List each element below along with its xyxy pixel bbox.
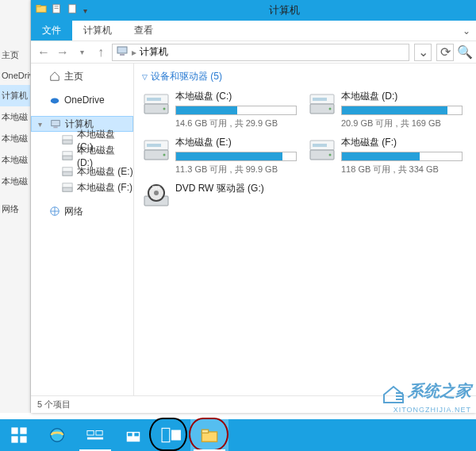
svg-point-26 (329, 108, 332, 110)
nav-drive-d[interactable]: 本地磁盘 (D:) (31, 148, 133, 164)
bg-item: 本地磁 (0, 171, 30, 192)
drive-free-text: 14.6 GB 可用 , 共 29.9 GB (175, 118, 297, 129)
drive-usage-bar (341, 152, 463, 161)
dvd-icon: DVD (142, 182, 171, 210)
nav-onedrive[interactable]: OneDrive (31, 92, 133, 108)
taskbar-taskview[interactable] (76, 419, 114, 451)
section-header[interactable]: ▽ 设备和驱动器 (5) (142, 70, 468, 83)
svg-rect-14 (63, 152, 72, 156)
svg-rect-15 (63, 172, 72, 175)
drive-item[interactable]: 本地磁盘 (D:)20.9 GB 可用 , 共 169 GB (308, 90, 463, 129)
bg-item: 本地磁 (0, 128, 30, 149)
nav-label: 网络 (64, 205, 83, 218)
address-dropdown-icon[interactable]: ⌄ (414, 44, 432, 61)
drive-free-text: 20.9 GB 可用 , 共 169 GB (341, 118, 463, 129)
bg-item: OneDriv (0, 66, 30, 85)
taskbar-explorer[interactable] (190, 419, 228, 451)
svg-point-39 (154, 191, 159, 195)
svg-point-8 (51, 98, 60, 103)
taskbar-ie[interactable] (38, 419, 76, 451)
nav-back-button[interactable]: ← (36, 44, 52, 60)
titlebar[interactable]: ▾ 计算机 (31, 0, 476, 21)
svg-rect-16 (63, 168, 72, 172)
nav-drive-f[interactable]: 本地磁盘 (F:) (31, 179, 133, 195)
svg-rect-18 (63, 183, 72, 187)
svg-rect-4 (55, 8, 59, 9)
svg-rect-12 (63, 136, 72, 140)
svg-rect-10 (53, 127, 57, 129)
computer-icon (49, 118, 62, 130)
drive-free-text: 118 GB 可用 , 共 334 GB (341, 164, 463, 175)
chevron-down-icon[interactable]: ▾ (38, 120, 46, 129)
dvd-drive-item[interactable]: DVDDVD RW 驱动器 (G:) (142, 182, 297, 210)
svg-rect-6 (117, 47, 127, 53)
bg-item: 网络 (0, 199, 30, 220)
svg-rect-23 (147, 98, 161, 101)
ribbon-tabs: 文件 计算机 查看 ⌄ (31, 21, 476, 41)
onedrive-icon (48, 94, 61, 106)
dvd-name: DVD RW 驱动器 (G:) (175, 182, 297, 195)
svg-rect-5 (69, 5, 76, 13)
navigation-pane: 主页 OneDrive ▾ 计算机 本地磁盘 (C:) 本地磁盘 (D:) 本地 (31, 64, 134, 395)
svg-point-34 (329, 154, 332, 156)
drive-icon (308, 90, 336, 118)
nav-up-button[interactable]: ↑ (93, 44, 109, 60)
new-folder-icon[interactable] (67, 3, 79, 17)
svg-rect-41 (11, 427, 17, 434)
drive-icon (142, 136, 171, 164)
tab-view[interactable]: 查看 (123, 21, 164, 40)
svg-rect-35 (313, 144, 327, 147)
svg-rect-11 (63, 140, 72, 144)
svg-rect-27 (313, 98, 327, 101)
nav-forward-button[interactable]: → (55, 44, 71, 60)
nav-home[interactable]: 主页 (31, 68, 133, 84)
drive-name: 本地磁盘 (E:) (175, 136, 297, 149)
chevron-down-icon[interactable]: ▾ (83, 6, 87, 15)
content-pane: ▽ 设备和驱动器 (5) 本地磁盘 (C:)14.6 GB 可用 , 共 29.… (134, 64, 476, 395)
nav-history-icon[interactable]: ▾ (74, 44, 90, 60)
drive-icon (61, 181, 74, 194)
svg-rect-46 (87, 431, 94, 436)
nav-label: 本地磁盘 (E:) (77, 165, 133, 179)
drive-usage-bar (341, 106, 463, 115)
search-icon[interactable]: 🔍 (459, 44, 471, 61)
refresh-button[interactable]: ⟳ (436, 44, 454, 61)
status-bar: 5 个项目 (31, 395, 476, 413)
properties-icon[interactable] (52, 3, 63, 17)
status-item-count: 5 个项目 (37, 399, 71, 411)
svg-rect-42 (20, 427, 26, 434)
svg-point-22 (163, 108, 166, 110)
explorer-window: ▾ 计算机 文件 计算机 查看 ⌄ ← → ▾ ↑ ▸ 计算机 ⌄ ⟳ 🔍 主页 (31, 0, 476, 413)
drive-usage-bar (175, 106, 297, 115)
taskbar-desktop-switch[interactable] (152, 419, 190, 451)
nav-drive-e[interactable]: 本地磁盘 (E:) (31, 164, 133, 179)
bg-item: 计算机 (0, 85, 30, 106)
annotation-circle-black (149, 418, 187, 451)
nav-network[interactable]: 网络 (31, 203, 133, 219)
home-icon (48, 70, 61, 83)
annotation-circle-red (189, 418, 228, 451)
taskbar-store[interactable] (114, 419, 152, 451)
breadcrumb-item[interactable]: 计算机 (140, 45, 168, 59)
bg-item: 本地磁 (0, 106, 30, 128)
nav-label: 主页 (64, 70, 83, 83)
drive-item[interactable]: 本地磁盘 (E:)11.3 GB 可用 , 共 99.9 GB (142, 136, 297, 175)
folder-icon (36, 3, 47, 17)
svg-rect-17 (63, 187, 72, 191)
chevron-down-icon[interactable]: ▽ (142, 73, 148, 81)
ribbon-expand-icon[interactable]: ⌄ (457, 21, 476, 40)
tab-computer[interactable]: 计算机 (72, 21, 123, 40)
drive-item[interactable]: 本地磁盘 (C:)14.6 GB 可用 , 共 29.9 GB (142, 90, 297, 129)
desktop-left-strip: 主页 OneDriv 计算机 本地磁 本地磁 本地磁 本地磁 网络 (0, 0, 31, 413)
start-button[interactable] (0, 419, 38, 451)
drive-name: 本地磁盘 (D:) (341, 90, 463, 103)
address-bar: ← → ▾ ↑ ▸ 计算机 ⌄ ⟳ 🔍 (31, 41, 476, 64)
drive-item[interactable]: 本地磁盘 (F:)118 GB 可用 , 共 334 GB (308, 136, 463, 175)
taskbar (0, 419, 476, 451)
address-path[interactable]: ▸ 计算机 (112, 44, 409, 61)
svg-rect-48 (87, 438, 103, 440)
svg-rect-1 (36, 6, 40, 7)
tab-file[interactable]: 文件 (31, 21, 72, 40)
section-title: 设备和驱动器 (5) (151, 70, 222, 83)
svg-rect-7 (120, 54, 125, 56)
